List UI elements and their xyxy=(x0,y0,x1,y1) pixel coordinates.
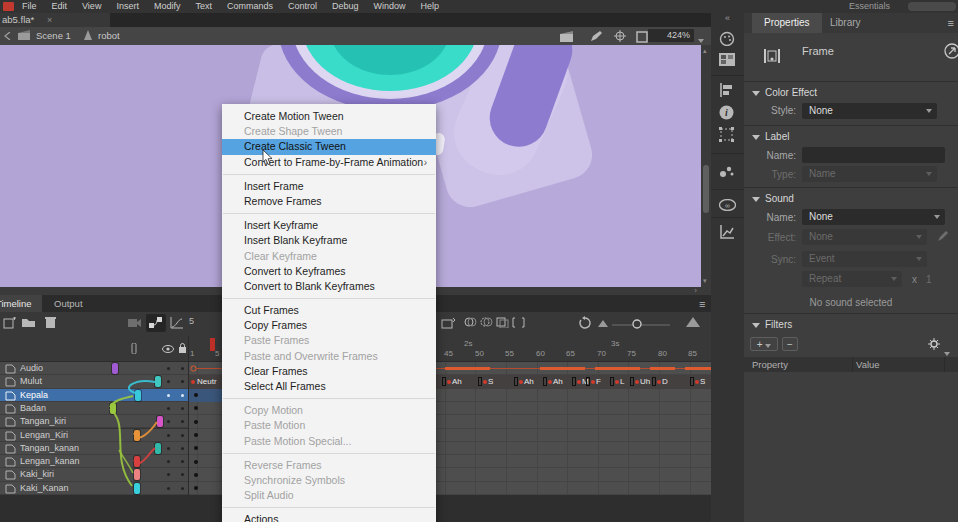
layer-row-kepala[interactable]: Kepala xyxy=(0,389,188,402)
parent-marker[interactable] xyxy=(155,376,161,387)
creative-cloud-icon[interactable]: ∞ xyxy=(719,199,736,211)
insert-frame-icon[interactable] xyxy=(441,316,456,329)
swatches-panel-icon[interactable] xyxy=(719,53,735,66)
menu-item[interactable]: Cut Frames xyxy=(222,303,436,318)
center-stage-icon[interactable] xyxy=(614,30,627,43)
close-tab-icon[interactable]: × xyxy=(47,15,52,25)
layer-row-tangan-kiri[interactable]: Tangan_kiri xyxy=(0,415,188,428)
graph-editor-icon[interactable] xyxy=(170,316,184,329)
menu-item[interactable]: Actions xyxy=(222,512,436,522)
filter-options-gear-icon[interactable] xyxy=(928,338,941,351)
info-panel-icon[interactable]: i xyxy=(719,105,734,120)
menu-item[interactable]: Clear Frames xyxy=(222,364,436,379)
menu-item[interactable]: Remove Frames xyxy=(222,194,436,209)
new-folder-icon[interactable] xyxy=(22,317,36,328)
menu-control[interactable]: Control xyxy=(288,0,317,13)
section-filters[interactable]: Filters xyxy=(752,319,792,330)
parenting-view-toggle[interactable] xyxy=(146,314,166,332)
parent-marker[interactable] xyxy=(155,443,161,454)
menu-view[interactable]: View xyxy=(82,0,101,13)
scroll-right-icon[interactable]: › xyxy=(694,286,697,295)
scroll-down-icon[interactable]: ▾ xyxy=(703,277,707,285)
align-panel-icon[interactable] xyxy=(719,83,734,97)
parent-marker[interactable] xyxy=(134,469,140,480)
help-icon[interactable] xyxy=(944,43,958,59)
menu-item[interactable]: Copy Frames xyxy=(222,318,436,333)
layer-row-mulut[interactable]: Mulut xyxy=(0,375,188,388)
keyframe-dot[interactable] xyxy=(194,433,198,437)
menu-file[interactable]: File xyxy=(22,0,37,13)
menu-item[interactable]: Convert to Frame-by-Frame Animation› xyxy=(222,155,436,170)
menu-item[interactable]: Insert Keyframe xyxy=(222,218,436,233)
menu-item[interactable]: Convert to Keyframes xyxy=(222,264,436,279)
zoom-out-timeline-icon[interactable] xyxy=(598,320,608,327)
parent-marker[interactable] xyxy=(112,363,118,374)
timeline-panel-menu-icon[interactable]: ≡ xyxy=(699,298,705,310)
menu-item[interactable]: Convert to Blank Keyframes xyxy=(222,279,436,294)
collapse-panels-icon[interactable]: « xyxy=(725,13,730,23)
parent-marker[interactable] xyxy=(157,416,163,427)
edit-scene-icon[interactable] xyxy=(560,31,575,42)
menu-commands[interactable]: Commands xyxy=(227,0,273,13)
delete-layer-icon[interactable] xyxy=(45,316,56,329)
keyframe-dot[interactable] xyxy=(194,406,198,410)
keyframe-dot[interactable] xyxy=(194,460,198,464)
modify-markers-icon[interactable] xyxy=(512,317,525,328)
document-tab[interactable]: ab5.fla* × xyxy=(0,13,110,27)
scrollbar-thumb[interactable] xyxy=(703,165,709,213)
menu-modify[interactable]: Modify xyxy=(154,0,181,13)
parent-marker[interactable] xyxy=(134,456,140,467)
menu-edit[interactable]: Edit xyxy=(52,0,68,13)
color-effect-style-select[interactable]: None xyxy=(802,103,937,119)
menu-text[interactable]: Text xyxy=(195,0,212,13)
edit-multiple-frames-icon[interactable] xyxy=(496,317,509,328)
onion-skin-icon[interactable] xyxy=(464,317,477,328)
tab-library[interactable]: Library xyxy=(818,13,873,33)
menu-help[interactable]: Help xyxy=(421,0,440,13)
timeline-zoom-knob[interactable] xyxy=(632,319,643,330)
scene-name[interactable]: Scene 1 xyxy=(36,30,71,42)
menu-item[interactable]: Insert Frame xyxy=(222,179,436,194)
history-graph-panel-icon[interactable] xyxy=(719,225,734,239)
search-input[interactable] xyxy=(908,2,956,11)
tab-timeline[interactable]: Timeline xyxy=(0,295,42,312)
keyframe-dot[interactable] xyxy=(194,486,198,490)
zoom-in-timeline-icon[interactable] xyxy=(686,317,700,327)
menu-item[interactable]: Create Motion Tween xyxy=(222,109,436,124)
section-sound[interactable]: Sound xyxy=(752,193,794,204)
tab-output[interactable]: Output xyxy=(44,295,93,312)
new-layer-icon[interactable] xyxy=(3,317,16,329)
clip-content-icon[interactable] xyxy=(636,31,648,43)
section-label[interactable]: Label xyxy=(752,131,789,142)
menu-item[interactable]: Insert Blank Keyframe xyxy=(222,233,436,248)
snap-dots-panel-icon[interactable] xyxy=(719,165,734,178)
tab-properties[interactable]: Properties xyxy=(752,13,822,33)
onion-outline-icon[interactable] xyxy=(480,317,493,328)
edit-symbols-icon[interactable] xyxy=(590,31,604,42)
lock-all-icon[interactable] xyxy=(178,343,187,354)
playhead[interactable] xyxy=(210,338,215,351)
menu-item-create-classic-tween[interactable]: Create Classic Tween xyxy=(222,139,436,154)
parent-marker[interactable] xyxy=(134,483,140,494)
keyframe-dot[interactable] xyxy=(194,393,198,397)
parent-marker[interactable] xyxy=(134,430,140,441)
menu-debug[interactable]: Debug xyxy=(332,0,359,13)
add-filter-button[interactable]: + xyxy=(750,337,778,351)
layer-row-lengan-kiri[interactable]: Lengan_Kiri xyxy=(0,429,188,442)
remove-filter-button[interactable]: − xyxy=(782,337,798,351)
layer-row-audio[interactable]: Audio xyxy=(0,362,188,375)
camera-icon[interactable] xyxy=(128,318,142,328)
parent-marker[interactable] xyxy=(110,403,116,414)
layer-row-badan[interactable]: Badan xyxy=(0,402,188,415)
menu-item[interactable]: Select All Frames xyxy=(222,379,436,394)
symbol-name[interactable]: robot xyxy=(98,30,120,42)
keyframe-dot[interactable] xyxy=(194,473,198,477)
zoom-level-select[interactable]: 424% xyxy=(648,29,694,42)
color-panel-icon[interactable] xyxy=(719,31,736,46)
back-arrow-icon[interactable] xyxy=(4,32,14,40)
transform-panel-icon[interactable] xyxy=(719,127,734,142)
parent-marker[interactable] xyxy=(135,390,141,401)
workspace-switcher[interactable]: Essentials xyxy=(849,1,890,11)
keyframe-dot[interactable] xyxy=(194,420,198,424)
stage-vertical-scrollbar[interactable]: ▴ ▾ xyxy=(701,45,711,287)
